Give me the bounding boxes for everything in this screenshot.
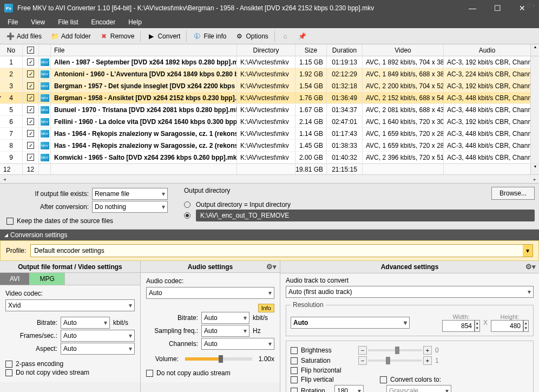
row-checkbox[interactable]: [27, 58, 34, 66]
convert-button[interactable]: ▶Convert: [143, 30, 184, 43]
table-row[interactable]: 3MKVBergman - 1957 - Det sjunde inseglet…: [0, 80, 539, 92]
sampling-freq-select[interactable]: Auto: [201, 325, 249, 337]
options-button[interactable]: ⚙Options: [231, 30, 272, 43]
table-row[interactable]: 5MKVBunuel - 1970 - Tristana [DVD x264 2…: [0, 104, 539, 116]
h-scrollbar[interactable]: ◂▸: [0, 174, 539, 183]
resolution-select[interactable]: Auto: [291, 317, 410, 329]
saturation-slider[interactable]: [368, 360, 422, 362]
row-checkbox[interactable]: [27, 130, 34, 137]
audio-codec-select[interactable]: Auto: [146, 287, 274, 299]
height-input[interactable]: 480: [491, 320, 523, 332]
fps-select[interactable]: Auto: [61, 330, 135, 342]
row-checkbox[interactable]: [27, 142, 34, 149]
home-icon: ⌂: [281, 32, 290, 41]
col-no[interactable]: No: [0, 44, 23, 56]
menu-help[interactable]: Help: [123, 17, 147, 27]
row-checkbox[interactable]: [27, 154, 34, 161]
row-checkbox[interactable]: [27, 118, 34, 125]
volume-slider[interactable]: [185, 357, 252, 361]
scroll-up[interactable]: ▴: [530, 44, 539, 56]
col-directory[interactable]: Directory: [237, 44, 295, 56]
flip-h-checkbox[interactable]: [291, 367, 298, 374]
no-copy-video-checkbox[interactable]: [5, 369, 12, 376]
remove-icon: ✖: [100, 32, 108, 41]
add-files-button[interactable]: ➕Add files: [2, 30, 45, 43]
table-row[interactable]: 6MKVFellini - 1960 - La dolce vita [DVD …: [0, 116, 539, 128]
row-checkbox[interactable]: [27, 106, 34, 113]
collapse-icon: ◢: [4, 232, 8, 238]
tab-mpg[interactable]: MPG: [30, 273, 64, 285]
rotation-checkbox[interactable]: [291, 388, 298, 393]
output-dir-field[interactable]: K:\AV\_enc_out_TO_REMOVE: [196, 210, 535, 221]
flip-v-checkbox[interactable]: [291, 376, 298, 383]
no-copy-audio-checkbox[interactable]: [146, 370, 153, 377]
aspect-select[interactable]: Auto: [61, 343, 135, 355]
saturation-minus[interactable]: −: [358, 356, 367, 365]
col-duration[interactable]: Duration: [327, 44, 363, 56]
table-row[interactable]: 4MKVBergman - 1958 - Ansiktet [DVD x264 …: [0, 92, 539, 104]
advanced-settings-header: Advanced settings⚙▾: [280, 261, 539, 273]
add-folder-button[interactable]: 📁Add folder: [47, 30, 95, 43]
remove-button[interactable]: ✖Remove: [96, 30, 139, 43]
table-row[interactable]: 1MKVAllen - 1987 - September [DVD x264 1…: [0, 56, 539, 68]
table-row[interactable]: 2MKVAntonioni - 1960 - L'Avventura [DVD …: [0, 68, 539, 80]
video-codec-select[interactable]: Xvid: [5, 299, 135, 311]
menu-filelist[interactable]: File list: [52, 17, 83, 27]
col-audio[interactable]: Audio: [444, 44, 530, 56]
width-input[interactable]: 854: [442, 320, 475, 332]
col-size[interactable]: Size: [295, 44, 327, 56]
same-dir-radio[interactable]: [184, 201, 190, 208]
home-button[interactable]: ⌂: [277, 30, 293, 43]
row-checkbox[interactable]: [27, 94, 34, 101]
after-conversion-select[interactable]: Do nothing: [92, 201, 168, 213]
grayscale-select[interactable]: Grayscale: [386, 385, 451, 392]
scroll-down[interactable]: ▾: [530, 164, 539, 174]
menu-encoder[interactable]: Encoder: [86, 17, 121, 27]
two-pass-checkbox[interactable]: [5, 361, 12, 368]
conversion-settings-header[interactable]: ◢ Conversion settings: [0, 230, 539, 240]
audio-gear-icon[interactable]: ⚙▾: [266, 263, 277, 271]
brightness-plus[interactable]: +: [423, 346, 432, 355]
row-checkbox[interactable]: [27, 82, 34, 89]
row-checkbox[interactable]: [27, 70, 34, 77]
keep-dates-label: Keep the dates of the source files: [17, 217, 113, 225]
saturation-checkbox[interactable]: [291, 357, 298, 364]
file-info-button[interactable]: 🛈File info: [189, 30, 230, 43]
audio-track-select[interactable]: Auto (first audio track): [286, 286, 534, 298]
check-all[interactable]: [27, 47, 34, 54]
video-bitrate-select[interactable]: Auto: [61, 317, 110, 329]
col-check[interactable]: [23, 44, 39, 56]
saturation-plus[interactable]: +: [423, 356, 432, 365]
info-badge[interactable]: Info: [258, 304, 274, 312]
custom-dir-radio[interactable]: [184, 212, 190, 219]
brightness-checkbox[interactable]: [291, 347, 298, 354]
minimize-button[interactable]: —: [460, 0, 485, 16]
table-row[interactable]: 8MKVHas - 1964 - Rękopis znaleziony w Sa…: [0, 140, 539, 152]
outdir-label: Output directory: [184, 187, 230, 194]
col-video[interactable]: Video: [363, 44, 444, 56]
convert-colors-checkbox[interactable]: [380, 376, 387, 383]
rotation-select[interactable]: 180: [334, 385, 364, 392]
keep-dates-checkbox[interactable]: [6, 218, 14, 225]
adv-gear-icon[interactable]: ⚙▾: [525, 263, 536, 271]
menu-view[interactable]: View: [25, 17, 50, 27]
menu-file[interactable]: File: [2, 17, 23, 27]
height-spinner[interactable]: ▴▾: [523, 320, 529, 332]
width-spinner[interactable]: ▴▾: [475, 320, 480, 332]
audio-bitrate-select[interactable]: Auto: [201, 312, 249, 324]
video-gear-icon[interactable]: ⚙▾: [525, 2, 536, 10]
col-file[interactable]: File: [51, 44, 237, 56]
brightness-minus[interactable]: −: [358, 346, 367, 355]
maximize-button[interactable]: ☐: [485, 0, 510, 16]
pin-button[interactable]: 📌: [294, 30, 311, 43]
table-row[interactable]: 7MKVHas - 1964 - Rękopis znaleziony w Sa…: [0, 128, 539, 140]
table-row[interactable]: 9MKVKonwicki - 1965 - Salto [DVD x264 23…: [0, 152, 539, 164]
if-exists-select[interactable]: Rename file: [92, 188, 168, 200]
acodec-label: Audio codec:: [146, 277, 274, 285]
browse-button[interactable]: Browse...: [491, 187, 535, 200]
table-footer: 12 12 19.81 GB 21:15:15 ▾: [0, 164, 539, 174]
brightness-slider[interactable]: [368, 349, 422, 351]
tab-avi[interactable]: AVI: [0, 273, 30, 285]
profile-select[interactable]: Default encoder settings: [30, 244, 533, 257]
channels-select[interactable]: Auto: [201, 338, 274, 350]
